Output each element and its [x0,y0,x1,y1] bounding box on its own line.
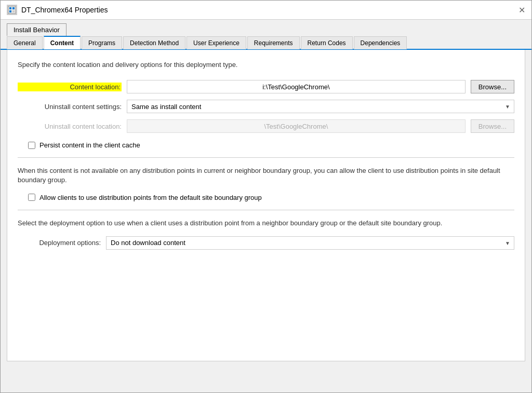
window-title: DT_Chromex64 Properties [21,6,108,14]
tab-requirements[interactable]: Requirements [247,36,300,49]
allow-clients-row: Allow clients to use distribution points… [28,194,514,201]
svg-rect-1 [9,7,11,9]
persist-content-label: Persist content in the client cache [39,141,140,149]
tab-user-experience[interactable]: User Experience [187,36,246,49]
tab-detection-method[interactable]: Detection Method [123,36,185,49]
allow-clients-label: Allow clients to use distribution points… [39,194,262,201]
tab-general[interactable]: General [7,36,43,49]
svg-rect-2 [12,7,15,9]
persist-content-row: Persist content in the client cache [28,141,514,149]
content-location-browse-button[interactable]: Browse... [471,80,514,93]
deployment-options-row: Deployment options: Do not download cont… [18,236,514,250]
svg-rect-3 [9,10,11,12]
install-behavior-tab-area: Install Behavior [1,20,531,35]
install-behavior-tab[interactable]: Install Behavior [7,23,66,36]
svg-rect-4 [12,10,15,12]
title-bar: DT_Chromex64 Properties ✕ [1,1,531,20]
content-location-row: Content location: Browse... [18,80,514,93]
uninstall-content-settings-select[interactable]: Same as install content No content Diffe… [127,100,514,113]
window-icon [7,5,17,15]
content-area: Install Behavior General Content Program… [1,20,531,392]
uninstall-content-settings-row: Uninstall content settings: Same as inst… [18,100,514,113]
uninstall-content-settings-wrapper: Same as install content No content Diffe… [127,100,514,113]
content-location-input[interactable] [127,80,466,93]
uninstall-content-location-label: Uninstall content location: [18,123,122,130]
tab-programs[interactable]: Programs [82,36,122,49]
persist-content-checkbox[interactable] [28,142,35,149]
tab-content[interactable]: Content [44,36,81,49]
deployment-options-label: Deployment options: [18,239,101,247]
tabs-bar: General Content Programs Detection Metho… [1,35,531,50]
boundary-group-description: When this content is not available on an… [18,166,514,185]
tab-dependencies[interactable]: Dependencies [354,36,407,49]
content-location-label: Content location: [18,83,122,91]
close-button[interactable]: ✕ [518,5,525,15]
deployment-options-wrapper: Do not download content Download content… [106,236,514,250]
deployment-options-select[interactable]: Do not download content Download content… [106,236,514,250]
allow-clients-checkbox[interactable] [28,194,35,201]
uninstall-content-location-row: Uninstall content location: Browse... [18,119,514,133]
uninstall-content-location-browse-button: Browse... [471,119,514,133]
deployment-description: Select the deployment option to use when… [18,219,514,228]
divider-1 [18,157,514,158]
divider-2 [18,210,514,210]
main-window: DT_Chromex64 Properties ✕ Install Behavi… [0,0,532,393]
title-bar-left: DT_Chromex64 Properties [7,5,108,15]
tab-return-codes[interactable]: Return Codes [301,36,353,49]
main-panel: Specify the content location and deliver… [7,50,525,361]
uninstall-content-settings-label: Uninstall content settings: [18,103,122,111]
content-description: Specify the content location and deliver… [18,60,514,70]
uninstall-content-location-input [127,119,466,133]
